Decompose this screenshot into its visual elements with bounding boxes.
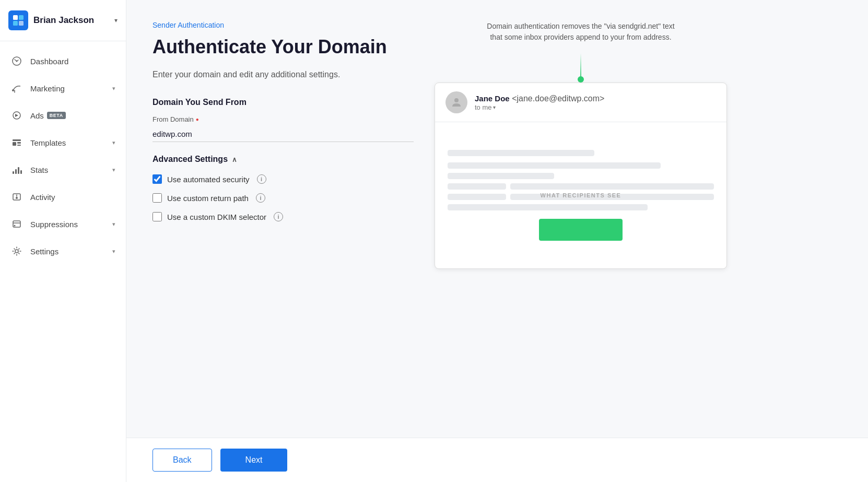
custom-return-path-checkbox[interactable] (153, 193, 162, 203)
required-indicator: ● (196, 116, 199, 122)
dashboard-icon (10, 55, 23, 67)
main-area: Sender Authentication Authenticate Your … (126, 0, 868, 482)
svg-rect-9 (13, 142, 16, 146)
automated-security-label: Use automated security (167, 175, 250, 184)
sidebar-item-marketing[interactable]: Marketing ▾ (0, 75, 126, 102)
skeleton-line-5a (448, 194, 506, 200)
sidebar-item-activity[interactable]: Activity (0, 183, 126, 210)
svg-point-19 (14, 225, 16, 227)
svg-rect-0 (13, 15, 18, 20)
skeleton-line-1 (448, 150, 594, 156)
marketing-chevron: ▾ (112, 85, 115, 92)
email-header: Jane Doe <jane.doe@editwp.com> to me ▾ (435, 83, 726, 122)
skeleton-line-6 (448, 204, 648, 210)
user-name: Brian Jackson (33, 15, 114, 26)
suppressions-icon (10, 218, 23, 230)
settings-chevron: ▾ (112, 248, 115, 255)
svg-rect-12 (13, 171, 14, 174)
sidebar-item-ads[interactable]: Ads BETA (0, 102, 126, 129)
custom-dkim-checkbox[interactable] (153, 212, 162, 221)
automated-security-info-icon[interactable]: i (257, 174, 266, 184)
advanced-settings-label: Advanced Settings (153, 155, 228, 164)
automated-security-checkbox[interactable] (153, 174, 162, 184)
email-preview-wrapper: Jane Doe <jane.doe@editwp.com> to me ▾ (435, 53, 727, 269)
footer-bar: Back Next (126, 438, 868, 482)
svg-rect-18 (13, 221, 20, 227)
svg-rect-13 (15, 169, 17, 174)
sidebar-item-stats[interactable]: Stats ▾ (0, 156, 126, 183)
email-body: WHAT RECIPIENTS SEE (435, 122, 726, 268)
svg-rect-8 (13, 139, 21, 141)
marketing-icon (10, 82, 23, 95)
svg-point-21 (454, 98, 459, 102)
domain-section: Domain You Send From From Domain ● (153, 98, 414, 142)
sidebar: Brian Jackson ▾ Dashboard (0, 0, 126, 482)
svg-rect-14 (18, 167, 19, 174)
checkbox-custom-return-path[interactable]: Use custom return path i (153, 193, 414, 203)
custom-return-path-info-icon[interactable]: i (256, 193, 265, 203)
svg-rect-11 (17, 145, 21, 146)
email-sender-name: Jane Doe <jane.doe@editwp.com> (475, 94, 604, 103)
svg-point-5 (16, 61, 18, 62)
activity-icon (10, 191, 23, 203)
svg-point-20 (15, 250, 18, 253)
skeleton-line-3 (448, 173, 554, 179)
svg-rect-1 (19, 15, 24, 20)
page-title: Authenticate Your Domain (153, 36, 414, 58)
email-to-chevron-icon: ▾ (493, 104, 496, 110)
breadcrumb: Sender Authentication (153, 21, 414, 29)
sidebar-label-activity: Activity (30, 193, 55, 202)
ads-icon (10, 109, 23, 122)
sender-avatar (445, 91, 467, 113)
templates-icon (10, 136, 23, 149)
preview-section: Domain authentication removes the "via s… (435, 21, 727, 417)
svg-point-6 (12, 89, 14, 91)
next-button[interactable]: Next (220, 449, 288, 472)
form-section: Sender Authentication Authenticate Your … (153, 21, 414, 417)
sidebar-label-ads: Ads (30, 111, 44, 120)
suppressions-chevron: ▾ (112, 221, 115, 228)
email-to-line: to me ▾ (475, 103, 604, 111)
page-subtitle: Enter your domain and edit any additiona… (153, 68, 414, 81)
sidebar-label-templates: Templates (30, 138, 66, 147)
preview-description: Domain authentication removes the "via s… (482, 21, 680, 43)
from-domain-input[interactable] (153, 126, 414, 142)
skeleton-line-4a (448, 183, 506, 190)
svg-rect-10 (17, 142, 21, 144)
user-menu[interactable]: Brian Jackson ▾ (0, 0, 126, 41)
svg-rect-15 (20, 170, 22, 174)
email-cta-preview (539, 219, 623, 241)
sidebar-item-dashboard[interactable]: Dashboard (0, 48, 126, 75)
sidebar-item-settings[interactable]: Settings ▾ (0, 238, 126, 265)
sidebar-label-settings: Settings (30, 247, 58, 256)
sidebar-nav: Dashboard Marketing ▾ Ads B (0, 41, 126, 482)
sidebar-label-marketing: Marketing (30, 84, 65, 93)
stats-icon (10, 163, 23, 176)
ads-beta-badge: BETA (47, 112, 66, 119)
custom-dkim-label: Use a custom DKIM selector (167, 213, 266, 221)
user-logo (8, 10, 28, 30)
what-recipients-see-label: WHAT RECIPIENTS SEE (541, 192, 621, 198)
templates-chevron: ▾ (112, 139, 115, 146)
sidebar-label-dashboard: Dashboard (30, 57, 68, 66)
domain-section-title: Domain You Send From (153, 98, 414, 107)
advanced-settings-section: Advanced Settings ∧ Use automated securi… (153, 155, 414, 221)
skeleton-line-2 (448, 162, 661, 169)
field-label: From Domain ● (153, 115, 414, 123)
custom-dkim-info-icon[interactable]: i (274, 212, 283, 221)
svg-rect-2 (13, 21, 18, 26)
checkbox-custom-dkim[interactable]: Use a custom DKIM selector i (153, 212, 414, 221)
email-sender-address: <jane.doe@editwp.com> (512, 94, 604, 103)
svg-rect-3 (19, 21, 24, 26)
sidebar-item-templates[interactable]: Templates ▾ (0, 129, 126, 156)
advanced-settings-toggle[interactable]: Advanced Settings ∧ (153, 155, 414, 164)
svg-point-17 (16, 197, 18, 199)
settings-icon (10, 245, 23, 257)
back-button[interactable]: Back (153, 449, 212, 472)
email-preview-card: Jane Doe <jane.doe@editwp.com> to me ▾ (435, 83, 727, 269)
skeleton-line-4b (510, 183, 714, 190)
checkbox-automated-security[interactable]: Use automated security i (153, 174, 414, 184)
custom-return-path-label: Use custom return path (167, 194, 249, 203)
sidebar-item-suppressions[interactable]: Suppressions ▾ (0, 210, 126, 238)
sidebar-label-suppressions: Suppressions (30, 220, 78, 229)
